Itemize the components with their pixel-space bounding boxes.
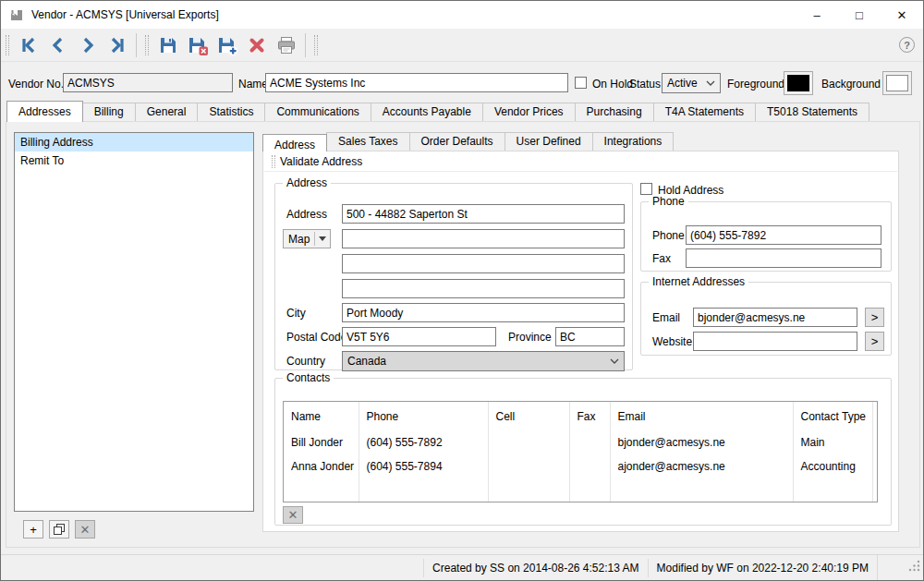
vendor-name-field[interactable] <box>265 73 568 92</box>
close-button[interactable]: ✕ <box>881 1 923 29</box>
contact-fax <box>569 454 610 478</box>
chevron-down-icon <box>610 358 619 365</box>
col-name: Name <box>284 402 359 430</box>
fax-field[interactable] <box>686 248 881 268</box>
on-hold-checkbox[interactable] <box>575 77 587 89</box>
contact-fax <box>569 430 610 454</box>
save-close-button[interactable] <box>183 32 213 58</box>
province-label: Province <box>508 331 552 344</box>
list-item-billing-address[interactable]: Billing Address <box>15 133 253 151</box>
copy-address-button[interactable] <box>49 520 69 539</box>
map-button[interactable]: Map <box>283 229 331 248</box>
postal-code-field[interactable] <box>342 327 496 346</box>
window-title: Vendor - ACMSYS [Universal Exports] <box>31 8 219 21</box>
print-button[interactable] <box>272 32 301 58</box>
vendor-no-label: Vendor No. <box>8 78 64 91</box>
phone-field[interactable] <box>686 225 881 245</box>
name-label: Name <box>238 78 268 91</box>
tab-accounts-payable[interactable]: Accounts Payable <box>371 103 483 121</box>
contact-phone: (604) 555-7892 <box>359 430 488 454</box>
toolbar-grip[interactable] <box>314 35 318 55</box>
email-field[interactable] <box>693 308 857 327</box>
delete-contact-button[interactable]: ✕ <box>283 506 303 524</box>
address-line1-field[interactable] <box>342 204 625 224</box>
first-record-button[interactable] <box>14 32 43 58</box>
map-dropdown-icon[interactable] <box>315 236 330 241</box>
contact-row[interactable]: Anna Jonder (604) 555-7894 ajonder@acmes… <box>284 454 878 478</box>
fax-label: Fax <box>652 252 671 265</box>
website-label: Website <box>652 335 692 348</box>
contact-row[interactable]: Bill Jonder (604) 555-7892 bjonder@acmes… <box>284 430 878 454</box>
city-label: City <box>286 307 306 320</box>
contact-cell <box>488 454 569 478</box>
foreground-color-swatch[interactable] <box>784 71 813 95</box>
toolbar-grip[interactable] <box>145 35 149 55</box>
validate-address-button[interactable]: Validate Address <box>280 155 362 168</box>
phone-label: Phone <box>652 229 685 242</box>
contact-name: Anna Jonder <box>284 454 359 478</box>
delete-address-button[interactable]: ✕ <box>75 520 95 539</box>
sub-tab-strip: Address Sales Taxes Order Defaults User … <box>262 131 673 151</box>
city-field[interactable] <box>342 303 625 322</box>
subtab-user-defined[interactable]: User Defined <box>505 132 593 151</box>
delete-record-button[interactable] <box>242 32 272 58</box>
country-select[interactable]: Canada <box>342 351 625 371</box>
tab-addresses[interactable]: Addresses <box>6 101 83 122</box>
add-address-button[interactable]: + <box>23 520 43 539</box>
subtab-sales-taxes[interactable]: Sales Taxes <box>326 132 409 151</box>
address-line3-field[interactable] <box>342 254 625 273</box>
subtab-order-defaults[interactable]: Order Defaults <box>409 132 505 151</box>
address-group-title: Address <box>283 176 331 189</box>
col-filler <box>872 402 878 430</box>
tab-t4a-statements[interactable]: T4A Statements <box>653 103 756 121</box>
list-item-remit-to[interactable]: Remit To <box>15 151 253 170</box>
contact-phone: (604) 555-7894 <box>359 454 488 478</box>
validate-toolbar-grip[interactable] <box>272 155 275 168</box>
status-value: Active <box>667 77 698 90</box>
contacts-header-row: Name Phone Cell Fax Email Contact Type <box>284 402 878 430</box>
website-field[interactable] <box>693 332 857 351</box>
col-contact-type: Contact Type <box>793 402 872 430</box>
email-go-button[interactable]: > <box>865 308 884 327</box>
help-icon[interactable]: ? <box>899 37 915 53</box>
col-email: Email <box>610 402 793 430</box>
save-new-button[interactable] <box>213 32 242 58</box>
phone-group-title: Phone <box>649 195 688 208</box>
last-record-button[interactable] <box>103 32 132 58</box>
subtab-address[interactable]: Address <box>262 134 327 151</box>
title-bar: Vendor - ACMSYS [Universal Exports] – □ … <box>1 1 923 29</box>
postal-code-label: Postal Code <box>286 331 346 344</box>
background-color-swatch[interactable] <box>882 71 912 95</box>
tab-communications[interactable]: Communications <box>264 103 371 121</box>
save-button[interactable] <box>153 32 183 58</box>
toolbar-grip[interactable] <box>6 35 9 55</box>
vendor-no-field[interactable] <box>63 73 233 92</box>
status-bar: Created by SS on 2014-08-26 4:52:13 AM M… <box>1 554 923 580</box>
status-label: Status <box>629 78 661 91</box>
address-line2-field[interactable] <box>342 229 625 248</box>
maximize-button[interactable]: □ <box>838 1 881 29</box>
map-button-label: Map <box>284 233 314 246</box>
address-line4-field[interactable] <box>342 279 625 298</box>
tab-purchasing[interactable]: Purchasing <box>575 103 654 121</box>
address-line-label: Address <box>286 208 327 221</box>
tab-billing[interactable]: Billing <box>82 103 136 121</box>
contact-type: Accounting <box>793 454 872 478</box>
tab-statistics[interactable]: Statistics <box>197 103 265 121</box>
col-fax: Fax <box>569 402 610 430</box>
website-go-button[interactable]: > <box>865 332 884 351</box>
subtab-integrations[interactable]: Integrations <box>592 132 675 151</box>
next-record-button[interactable] <box>73 32 103 58</box>
col-cell: Cell <box>488 402 569 430</box>
minimize-button[interactable]: – <box>796 1 838 29</box>
tab-t5018-statements[interactable]: T5018 Statements <box>755 103 869 121</box>
toolbar-separator <box>305 33 306 57</box>
province-field[interactable] <box>555 327 625 346</box>
previous-record-button[interactable] <box>43 32 73 58</box>
tab-vendor-prices[interactable]: Vendor Prices <box>482 103 576 121</box>
status-select[interactable]: Active <box>662 73 721 93</box>
resize-grip-icon[interactable] <box>908 559 920 577</box>
tab-general[interactable]: General <box>135 103 199 121</box>
col-phone: Phone <box>359 402 488 430</box>
hold-address-checkbox[interactable] <box>640 183 652 195</box>
